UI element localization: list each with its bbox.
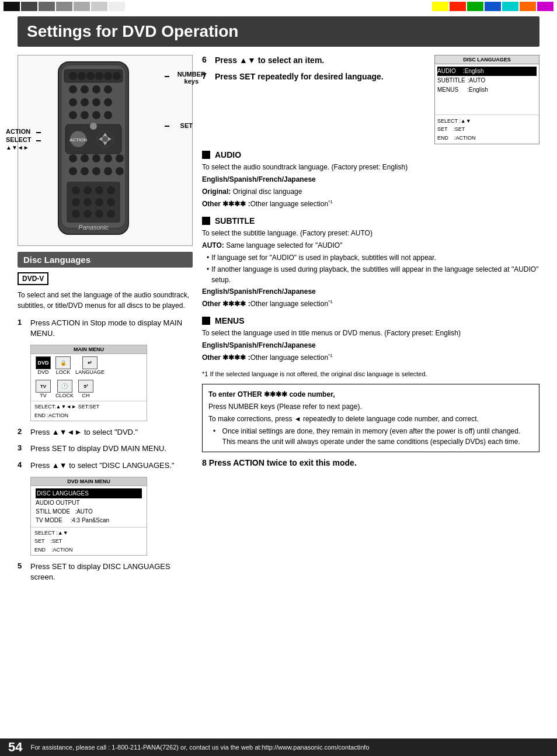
step-5-num: 5 bbox=[18, 561, 26, 582]
disc-lang-audio-row: AUDIO :English bbox=[437, 67, 537, 76]
tv-icon: TV bbox=[36, 380, 51, 393]
audio-square bbox=[202, 151, 210, 159]
ch-label: CH bbox=[82, 393, 90, 398]
step-1-num: 1 bbox=[18, 318, 26, 339]
disc-lang-box-bottom: SELECT :▲▼SET :SETEND :ACTION bbox=[435, 115, 539, 144]
dvd-icon: DVD bbox=[36, 356, 51, 369]
remote-wrapper: ACTION bbox=[41, 59, 169, 242]
tv-icon-item: TV TV bbox=[36, 380, 51, 398]
menus-desc: To select the language used in title men… bbox=[202, 328, 539, 338]
svg-point-35 bbox=[116, 154, 124, 162]
language-icon: ↵ bbox=[82, 356, 98, 369]
step-6: 6 Press ▲▼ to select an item. bbox=[202, 55, 429, 67]
svg-point-8 bbox=[113, 72, 121, 80]
audio-original: Original: Original disc language bbox=[202, 186, 539, 197]
svg-point-10 bbox=[81, 85, 89, 93]
step-1-text: Press ACTION in Stop mode to display MAI… bbox=[30, 318, 193, 339]
subtitle-section: SUBTITLE To select the subtitle language… bbox=[202, 216, 539, 309]
language-label: LANGUAGE bbox=[75, 369, 105, 375]
svg-point-29 bbox=[102, 136, 108, 142]
svg-point-11 bbox=[92, 85, 100, 93]
main-menu-box: MAIN MENU DVD DVD 🔒 LOCK ↵ LANGUAGE bbox=[30, 345, 147, 421]
disc-lang-audio-value: :English bbox=[458, 67, 484, 76]
tv-label: TV bbox=[40, 393, 47, 398]
svg-point-17 bbox=[69, 111, 77, 119]
subtitle-bullet-1-text: If language set for "AUDIO" is used in p… bbox=[211, 252, 436, 263]
disc-lang-box-title: DISC LANGUAGES bbox=[435, 56, 539, 64]
subtitle-bullet-1: • If language set for "AUDIO" is used in… bbox=[202, 252, 539, 263]
footnote-text: *1 If the selected language is not offer… bbox=[202, 370, 539, 379]
color-chip-orange bbox=[520, 2, 536, 11]
color-bar-left bbox=[0, 0, 128, 13]
clock-label: CLOCK bbox=[55, 393, 74, 398]
steps-1-5: 1 Press ACTION in Stop mode to display M… bbox=[18, 318, 193, 582]
svg-point-15 bbox=[92, 98, 100, 106]
svg-point-53 bbox=[107, 210, 115, 218]
menus-languages: English/Spanish/French/Japanese bbox=[202, 340, 539, 351]
still-mode-item: STILL MODE :AUTO bbox=[36, 507, 142, 516]
disc-lang-box-body: AUDIO :English SUBTITLE :AUTO MENUS :Eng… bbox=[435, 64, 539, 115]
dvd-label: DVD bbox=[37, 369, 48, 375]
disc-lang-subtitle-value: :AUTO bbox=[468, 76, 485, 85]
svg-point-34 bbox=[104, 154, 112, 162]
step-3: 3 Press SET to display DVD MAIN MENU. bbox=[18, 443, 193, 454]
svg-point-48 bbox=[95, 198, 103, 206]
dvd-main-menu-box: DVD MAIN MENU DISC LANGUAGES AUDIO OUTPU… bbox=[30, 477, 147, 556]
lock-icon: 🔒 bbox=[55, 356, 71, 369]
arrow-line-set bbox=[165, 126, 169, 127]
subtitle-languages: English/Spanish/French/Japanese bbox=[202, 286, 539, 297]
svg-point-30 bbox=[90, 123, 97, 130]
subtitle-desc: To select the subtitle language. (Factor… bbox=[202, 228, 539, 238]
svg-point-3 bbox=[69, 72, 77, 80]
color-chip-blue bbox=[485, 2, 501, 11]
audio-other: Other ✱✱✱✱ :Other language selection*1 bbox=[202, 199, 539, 209]
svg-point-16 bbox=[104, 98, 112, 106]
clock-icon: 🕐 bbox=[57, 380, 72, 393]
arrow-line-action bbox=[36, 132, 41, 133]
top-color-bars bbox=[0, 0, 557, 13]
step-2: 2 Press ▲▼◄► to select "DVD." bbox=[18, 427, 193, 438]
step-3-text: Press SET to display DVD MAIN MENU. bbox=[30, 443, 166, 454]
menus-body: To select the language used in title men… bbox=[202, 328, 539, 363]
svg-point-14 bbox=[81, 98, 89, 106]
audio-output-item: AUDIO OUTPUT bbox=[36, 498, 142, 507]
step-6-text: Press ▲▼ to select an item. bbox=[215, 55, 324, 67]
left-column: ACTION bbox=[18, 55, 193, 588]
step-1: 1 Press ACTION in Stop mode to display M… bbox=[18, 318, 193, 339]
disc-lang-audio-label: AUDIO bbox=[437, 67, 456, 76]
subtitle-bullet-2-text: If another language is used during playb… bbox=[211, 264, 539, 285]
subtitle-square bbox=[202, 217, 210, 225]
step-7: 7 Press SET repeatedly for desired langu… bbox=[202, 71, 429, 83]
right-column: DISC LANGUAGES AUDIO :English SUBTITLE :… bbox=[202, 55, 539, 588]
svg-text:ACTION: ACTION bbox=[69, 137, 87, 143]
subtitle-auto: AUTO: Same language selected for "AUDIO" bbox=[202, 240, 539, 251]
bullet-dot-2: • bbox=[207, 264, 209, 285]
menus-title-text: MENUS bbox=[215, 316, 245, 325]
bullet-dot-1: • bbox=[207, 252, 209, 263]
arrow-line-select bbox=[36, 140, 41, 141]
svg-point-38 bbox=[92, 167, 100, 175]
subtitle-bullet-2: • If another language is used during pla… bbox=[202, 264, 539, 285]
step-5: 5 Press SET to display DISC LANGUAGES sc… bbox=[18, 561, 193, 582]
remote-svg: ACTION bbox=[41, 59, 146, 240]
step-5-text: Press SET to display DISC LANGUAGES scre… bbox=[30, 561, 193, 582]
audio-title: AUDIO bbox=[202, 150, 539, 159]
color-chip bbox=[21, 2, 37, 11]
step-2-num: 2 bbox=[18, 427, 26, 438]
audio-section: AUDIO To select the audio soundtrack lan… bbox=[202, 150, 539, 209]
step-4-num: 4 bbox=[18, 460, 26, 471]
subtitle-other: Other ✱✱✱✱ :Other language selection*1 bbox=[202, 299, 539, 309]
svg-point-43 bbox=[83, 186, 92, 195]
color-chip bbox=[56, 2, 72, 11]
subtitle-title: SUBTITLE bbox=[202, 216, 539, 226]
subtitle-title-text: SUBTITLE bbox=[215, 216, 255, 226]
svg-point-40 bbox=[116, 167, 124, 175]
audio-body: To select the audio soundtrack language.… bbox=[202, 162, 539, 209]
language-icon-item: ↵ LANGUAGE bbox=[75, 356, 105, 375]
color-chip bbox=[39, 2, 55, 11]
dvd-icon-item: DVD DVD bbox=[36, 356, 51, 375]
color-chip-purple bbox=[537, 2, 553, 11]
svg-point-37 bbox=[81, 167, 89, 175]
svg-point-13 bbox=[69, 98, 77, 106]
dvd-main-menu-title: DVD MAIN MENU bbox=[31, 477, 147, 486]
